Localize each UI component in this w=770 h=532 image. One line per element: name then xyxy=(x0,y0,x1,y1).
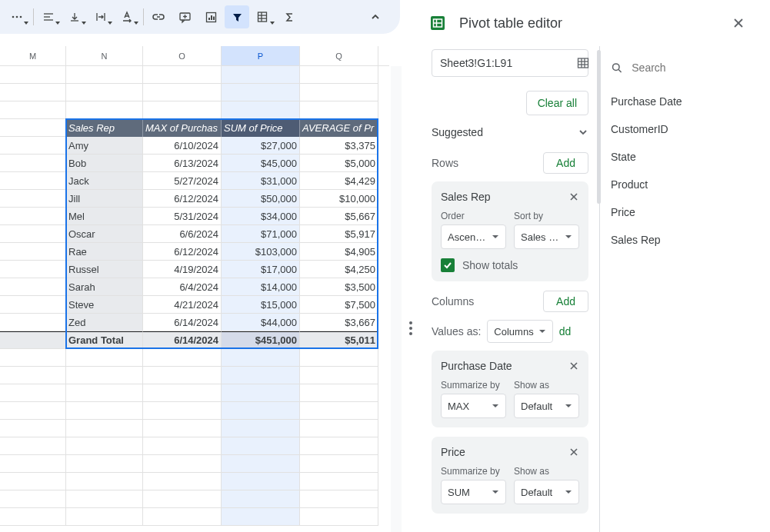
cell[interactable] xyxy=(0,155,66,172)
cell[interactable] xyxy=(66,420,143,437)
cell[interactable]: 6/13/2024 xyxy=(143,155,222,172)
cell[interactable] xyxy=(300,420,378,437)
column-header-P[interactable]: P xyxy=(222,46,300,65)
cell[interactable] xyxy=(222,384,300,402)
cell[interactable] xyxy=(0,455,66,473)
cell[interactable] xyxy=(222,490,300,508)
cell[interactable]: Sales Rep xyxy=(66,119,143,137)
column-header-N[interactable]: N xyxy=(66,46,143,65)
column-header-Q[interactable]: Q xyxy=(300,46,378,65)
cell[interactable] xyxy=(222,349,300,367)
cell[interactable] xyxy=(143,508,222,526)
column-header-M[interactable]: M xyxy=(0,46,66,65)
range-text[interactable] xyxy=(438,56,576,70)
cell[interactable] xyxy=(0,384,66,402)
cell[interactable]: Jack xyxy=(66,172,143,190)
cell[interactable] xyxy=(143,455,222,473)
search-fields[interactable] xyxy=(611,54,742,81)
cell[interactable] xyxy=(0,137,66,155)
suggested-toggle[interactable]: Suggested xyxy=(432,126,588,138)
cell[interactable] xyxy=(143,66,222,84)
cell[interactable]: Mel xyxy=(66,208,143,225)
cell[interactable]: $5,667 xyxy=(300,208,378,225)
cell[interactable] xyxy=(0,66,66,84)
cell[interactable] xyxy=(66,66,143,84)
cell[interactable]: Sarah xyxy=(66,278,143,296)
cell[interactable] xyxy=(0,119,66,137)
cell[interactable] xyxy=(66,367,143,384)
vertical-scrollbar[interactable] xyxy=(391,66,402,532)
sortby-select[interactable]: Sales … xyxy=(514,224,579,249)
add-rows-button[interactable]: Add xyxy=(543,152,588,174)
cell[interactable] xyxy=(0,101,66,119)
cell[interactable]: 6/12/2024 xyxy=(143,190,222,208)
cell[interactable]: $31,000 xyxy=(222,172,300,190)
cell[interactable]: 6/10/2024 xyxy=(143,137,222,155)
table-view-icon[interactable] xyxy=(251,5,275,28)
cell[interactable]: 6/4/2024 xyxy=(143,278,222,296)
cell[interactable] xyxy=(300,349,378,367)
column-header-O[interactable]: O xyxy=(143,46,222,65)
cell[interactable] xyxy=(222,473,300,490)
cell[interactable]: Zed xyxy=(66,314,143,331)
cell[interactable] xyxy=(222,402,300,420)
cell[interactable] xyxy=(143,349,222,367)
cell[interactable] xyxy=(66,349,143,367)
cell[interactable]: 6/14/2024 xyxy=(143,331,222,349)
cell[interactable]: 6/6/2024 xyxy=(143,225,222,243)
add-values-partial[interactable]: dd xyxy=(559,325,572,337)
cell[interactable]: AVERAGE of Pr xyxy=(300,119,378,137)
insert-chart-icon[interactable] xyxy=(198,5,223,28)
field-item[interactable]: Product xyxy=(611,171,742,198)
cell[interactable] xyxy=(0,261,66,278)
field-item[interactable]: Purchase Date xyxy=(611,88,742,115)
cell[interactable] xyxy=(0,490,66,508)
cell[interactable] xyxy=(300,490,378,508)
cell[interactable]: Grand Total xyxy=(66,331,143,349)
cell[interactable]: Rae xyxy=(66,243,143,261)
cell[interactable]: $50,000 xyxy=(222,190,300,208)
cell[interactable] xyxy=(300,508,378,526)
cell[interactable] xyxy=(300,101,378,119)
remove-value-icon[interactable] xyxy=(568,361,579,371)
cell[interactable]: $15,000 xyxy=(222,296,300,314)
cell[interactable]: $71,000 xyxy=(222,225,300,243)
select-range-icon[interactable] xyxy=(576,56,590,70)
cell[interactable]: Russel xyxy=(66,261,143,278)
show-totals-checkbox[interactable] xyxy=(441,258,455,272)
cell[interactable]: 5/31/2024 xyxy=(143,208,222,225)
cell[interactable] xyxy=(0,278,66,296)
cell[interactable] xyxy=(0,190,66,208)
cell[interactable]: 4/21/2024 xyxy=(143,296,222,314)
cell[interactable] xyxy=(0,420,66,437)
cell[interactable]: SUM of Price xyxy=(222,119,300,137)
cell[interactable]: 4/19/2024 xyxy=(143,261,222,278)
cell[interactable] xyxy=(0,331,66,349)
cell[interactable]: $5,917 xyxy=(300,225,378,243)
cell[interactable]: Jill xyxy=(66,190,143,208)
cell[interactable]: $451,000 xyxy=(222,331,300,349)
insert-link-icon[interactable] xyxy=(146,5,171,28)
cell[interactable] xyxy=(66,384,143,402)
panel-drag-handle[interactable] xyxy=(409,321,412,335)
cell[interactable] xyxy=(0,508,66,526)
cell[interactable] xyxy=(300,384,378,402)
cell[interactable] xyxy=(300,437,378,455)
cell[interactable]: $27,000 xyxy=(222,137,300,155)
cell[interactable]: $4,250 xyxy=(300,261,378,278)
cell[interactable]: 6/14/2024 xyxy=(143,314,222,331)
text-rotation-icon[interactable] xyxy=(115,5,139,28)
insert-comment-icon[interactable] xyxy=(172,5,197,28)
overflow-horizontal-icon[interactable] xyxy=(5,5,29,28)
cell[interactable] xyxy=(222,101,300,119)
cell[interactable] xyxy=(0,349,66,367)
cell[interactable] xyxy=(300,473,378,490)
cell[interactable]: $17,000 xyxy=(222,261,300,278)
cell[interactable] xyxy=(0,367,66,384)
values-as-select[interactable]: Columns xyxy=(487,320,552,343)
cell[interactable] xyxy=(300,84,378,101)
cell[interactable] xyxy=(143,84,222,101)
cell[interactable] xyxy=(66,437,143,455)
search-input[interactable] xyxy=(630,61,742,75)
cell[interactable] xyxy=(143,384,222,402)
